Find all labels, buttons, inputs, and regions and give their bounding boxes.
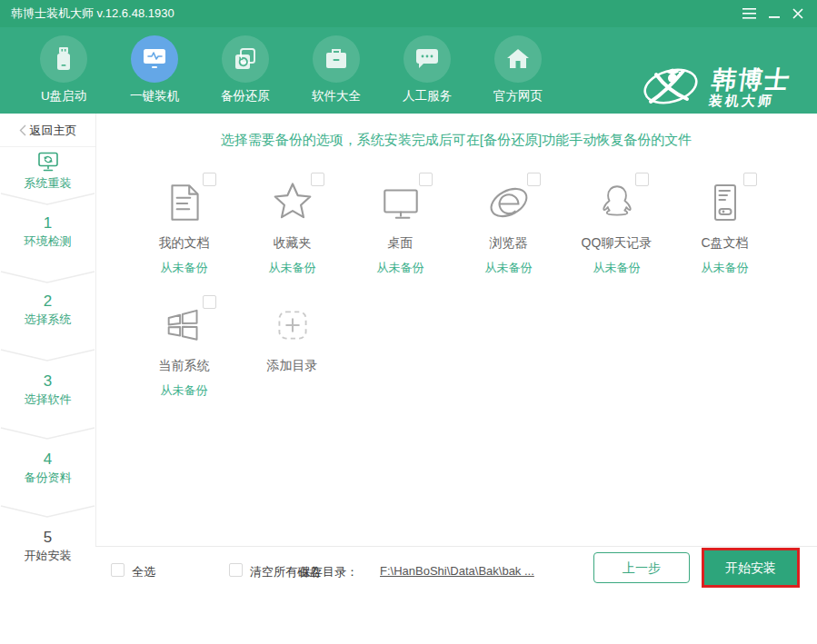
usb-drive-icon (40, 35, 87, 83)
close-icon[interactable] (790, 6, 806, 21)
home-icon (494, 35, 542, 83)
backup-item-favorites[interactable]: 收藏夹 从未备份 (238, 173, 346, 276)
sidebar: 返回主页 系统重装 1 环境检测 2 选择系统 (0, 114, 96, 546)
nav-label: U盘启动 (18, 88, 109, 104)
previous-step-button[interactable]: 上一步 (593, 552, 690, 583)
nav-item-support[interactable]: 人工服务 (382, 27, 473, 104)
minimize-icon[interactable] (766, 6, 782, 21)
step-number: 1 (0, 215, 95, 232)
backup-item-current-system[interactable]: 当前系统 从未备份 (130, 295, 238, 399)
step-separator-chevron (0, 270, 95, 284)
backup-item-checkbox[interactable] (527, 173, 541, 186)
step-separator-chevron (0, 348, 95, 362)
chat-bubble-icon (404, 35, 451, 83)
nav-item-official-site[interactable]: 官方网页 (473, 27, 563, 104)
chevron-left-icon (19, 124, 26, 136)
monitor-pulse-icon (131, 35, 178, 83)
sidebar-item-system-reinstall: 系统重装 (0, 152, 95, 191)
step-separator-chevron (0, 504, 95, 519)
nav-item-usb-boot[interactable]: U盘启动 (18, 27, 109, 104)
select-all-label: 全选 (132, 564, 155, 580)
windows-logo-icon (130, 295, 238, 348)
backup-item-checkbox[interactable] (203, 295, 216, 309)
footer-bar: 全选 清空所有磁盘 保存目录： F:\HanBoShi\Data\Bak\bak… (95, 547, 817, 599)
desktop-icon (346, 173, 454, 225)
sidebar-step-1: 1 环境检测 (0, 215, 95, 249)
click-highlight-annotation: 开始安装 (702, 548, 800, 588)
backup-item-label: 桌面 (346, 235, 454, 252)
brand-logo: 韩博士 装机大师 (642, 60, 790, 116)
nav-label: 一键装机 (109, 88, 200, 104)
backup-item-checkbox[interactable] (635, 173, 649, 186)
backup-item-label: 浏览器 (454, 235, 563, 252)
step-separator-chevron (0, 192, 95, 206)
backup-item-my-documents[interactable]: 我的文档 从未备份 (130, 173, 238, 276)
backup-item-label: QQ聊天记录 (563, 235, 671, 252)
backup-item-desktop[interactable]: 桌面 从未备份 (346, 173, 454, 276)
save-directory-link[interactable]: F:\HanBoShi\Data\Bak\bak ... (380, 564, 534, 578)
backup-item-c-drive-docs[interactable]: C盘文档 从未备份 (671, 173, 779, 276)
sidebar-step-4: 4 备份资料 (0, 451, 95, 485)
step-number: 3 (0, 373, 95, 390)
backup-item-label: 当前系统 (130, 358, 238, 374)
menu-icon[interactable] (741, 6, 757, 21)
backup-instructions-text: 选择需要备份的选项，系统安装完成后可在[备份还原]功能手动恢复备份的文件 (95, 132, 817, 149)
add-directory-button[interactable]: 添加目录 (238, 295, 346, 399)
backup-item-status: 从未备份 (130, 382, 238, 399)
save-directory-label: 保存目录： (299, 564, 358, 580)
title-bar: 韩博士装机大师 v.12.6.48.1930 (0, 0, 817, 27)
step-number: 2 (0, 293, 95, 310)
brand-logo-icon (642, 60, 700, 116)
app-window: 韩博士装机大师 v.12.6.48.1930 (0, 0, 817, 644)
backup-item-browser[interactable]: 浏览器 从未备份 (454, 173, 563, 276)
backup-item-label: 收藏夹 (238, 235, 346, 252)
backup-item-status: 从未备份 (563, 260, 671, 276)
backup-items-row-2: 当前系统 从未备份 添加目录 (130, 295, 346, 399)
backup-restore-icon (222, 35, 269, 83)
briefcase-icon (313, 35, 360, 83)
step-label: 备份资料 (0, 470, 95, 485)
backup-item-label: 我的文档 (130, 235, 238, 252)
backup-item-qq-history[interactable]: QQ聊天记录 从未备份 (563, 173, 671, 276)
back-to-home-button[interactable]: 返回主页 (0, 123, 95, 139)
sidebar-step-3: 3 选择软件 (0, 373, 95, 407)
system-reinstall-icon (0, 152, 95, 173)
brand-subtitle: 装机大师 (708, 93, 790, 109)
brand-name: 韩博士 (710, 67, 792, 93)
nav-label: 软件大全 (291, 88, 382, 104)
select-all-checkbox[interactable] (111, 563, 125, 577)
document-icon (130, 173, 238, 225)
sidebar-item-label: 系统重装 (0, 175, 95, 191)
nav-item-one-key-install[interactable]: 一键装机 (109, 27, 200, 104)
nav-label: 人工服务 (382, 88, 473, 104)
start-install-button[interactable]: 开始安装 (704, 550, 797, 585)
step-separator-chevron (0, 426, 95, 441)
step-number: 5 (0, 530, 95, 546)
main-nav: U盘启动 一键装机 (0, 27, 817, 114)
backup-item-status: 从未备份 (238, 260, 346, 276)
step-number: 4 (0, 451, 95, 468)
backup-item-checkbox[interactable] (203, 173, 216, 186)
back-to-home-label: 返回主页 (30, 124, 77, 137)
nav-item-software[interactable]: 软件大全 (291, 27, 382, 104)
sidebar-step-5: 5 开始安装 (0, 530, 95, 563)
nav-item-backup-restore[interactable]: 备份还原 (200, 27, 291, 104)
qq-penguin-icon (563, 173, 671, 225)
add-directory-label: 添加目录 (238, 358, 346, 374)
sidebar-divider (0, 146, 95, 147)
step-label: 选择软件 (0, 391, 95, 407)
backup-item-checkbox[interactable] (419, 173, 433, 186)
ie-browser-icon (454, 173, 563, 225)
clear-all-disks-checkbox[interactable] (229, 563, 243, 577)
nav-label: 官方网页 (473, 88, 563, 104)
sidebar-step-2: 2 选择系统 (0, 293, 95, 327)
backup-item-status: 从未备份 (671, 260, 779, 276)
add-directory-icon (238, 295, 346, 348)
step-label: 开始安装 (0, 548, 95, 563)
step-label: 环境检测 (0, 233, 95, 249)
backup-item-checkbox[interactable] (743, 173, 757, 186)
backup-items-row-1: 我的文档 从未备份 收藏夹 从未备份 桌面 从未备份 (130, 173, 779, 276)
window-title: 韩博士装机大师 v.12.6.48.1930 (11, 0, 174, 27)
backup-item-status: 从未备份 (130, 260, 238, 276)
backup-item-checkbox[interactable] (311, 173, 324, 186)
